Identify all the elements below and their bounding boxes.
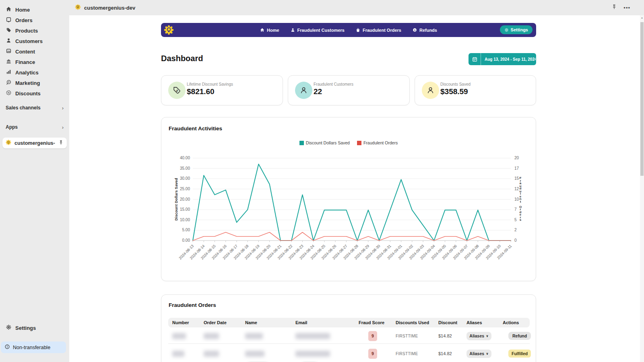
y-axis-tick-right: 17: [514, 166, 519, 171]
y-axis-tick-left: 5.00: [182, 228, 190, 232]
settings-button-label: Settings: [511, 27, 528, 32]
column-header-discount: Discount: [438, 320, 466, 325]
sidebar-item-finance[interactable]: Finance: [2, 57, 67, 67]
info-icon: [4, 344, 10, 351]
sidebar-item-label: Finance: [15, 59, 35, 65]
app-settings-button[interactable]: Settings: [500, 25, 533, 34]
nav-item-home[interactable]: Home: [260, 28, 279, 33]
sidebar-item-orders[interactable]: Orders: [2, 15, 67, 25]
sidebar-item-label: Customers: [15, 38, 43, 44]
stat-value: $821.60: [187, 87, 215, 96]
y-axis-tick-left: 20.00: [180, 197, 190, 202]
nav-item-fraudulent-orders[interactable]: Fraudulent Orders: [356, 28, 401, 33]
column-header-fraud-score: Fraud Score: [359, 320, 396, 325]
y-axis-tick-left: 15.00: [180, 207, 190, 212]
sidebar-item-customers[interactable]: Customers: [2, 36, 67, 46]
chevron-down-icon: ∨: [486, 334, 489, 338]
y-axis-tick-left: 0.00: [182, 238, 190, 243]
y-axis-tick-right: 12: [514, 187, 519, 191]
scrollbar-thumb[interactable]: [640, 22, 644, 176]
redacted-number-cell: [172, 351, 184, 357]
y-axis-tick-right: 15: [514, 176, 519, 181]
sidebar-item-label: Home: [15, 7, 30, 13]
products-icon: [6, 27, 12, 35]
page-title: Dashboard: [161, 54, 203, 63]
discount-cell: $14.82: [438, 351, 466, 356]
topbar: customergenius-dev •••: [69, 0, 644, 15]
column-header-discounts-used: Discounts Used: [396, 320, 438, 325]
legend-item-discount-dollars-saved[interactable]: Discount Dollars Saved: [299, 140, 350, 145]
y-axis-tick-left: 40.00: [180, 156, 190, 160]
sidebar-item-label: Orders: [15, 17, 33, 23]
y-axis-tick-right: 7: [514, 207, 517, 212]
section-label: Apps: [6, 124, 18, 130]
app-root: Home Orders Products Customers Content F…: [0, 0, 644, 362]
fraud-score-badge: 9: [368, 349, 377, 359]
sidebar-item-discounts[interactable]: Discounts: [2, 88, 67, 98]
sidebar-item-home[interactable]: Home: [2, 5, 67, 14]
non-transferable-badge[interactable]: Non-transferable: [1, 341, 66, 353]
sidebar-section-apps[interactable]: Apps ›: [2, 123, 67, 131]
sidebar-item-label: Discounts: [15, 90, 41, 97]
app-item-label: customergenius-dev: [14, 140, 55, 146]
bag-icon: [356, 28, 360, 32]
dollar-circle-icon: $: [413, 28, 417, 32]
analytics-icon: [6, 69, 12, 76]
main-content: Home Fraudulent Customers Fraudulent Ord…: [69, 15, 640, 362]
sidebar-item-label: Analytics: [15, 70, 39, 76]
home-icon: [260, 28, 264, 32]
person-icon: [291, 28, 295, 32]
chevron-down-icon: ∨: [486, 352, 489, 356]
sidebar-item-label: Settings: [15, 325, 36, 331]
discounts-icon: [6, 90, 12, 97]
discounts-used-cell: FIRSTTIME: [396, 334, 438, 338]
sidebar-item-label: Products: [15, 28, 38, 34]
sidebar-item-analytics[interactable]: Analytics: [2, 68, 67, 77]
app-bulb-icon: [6, 140, 11, 147]
nav-item-fraudulent-customers[interactable]: Fraudulent Customers: [291, 28, 345, 33]
sidebar-item-content[interactable]: Content: [2, 47, 67, 56]
table-header-row: Number Order Date Name Email Fraud Score…: [168, 318, 530, 327]
sidebar-item-marketing[interactable]: Marketing: [2, 78, 67, 88]
discounts-used-cell: FIRSTTIME: [396, 352, 438, 356]
app-bulb-icon: [75, 4, 81, 12]
section-label: Sales channels: [6, 105, 41, 111]
sidebar-item-label: Marketing: [15, 80, 40, 86]
chevron-right-icon: ›: [62, 105, 64, 111]
stat-label: Discounts Saved: [440, 82, 471, 86]
column-header-actions: Actions: [503, 320, 530, 325]
pin-icon[interactable]: [611, 4, 617, 11]
topbar-actions: •••: [611, 0, 630, 15]
sidebar-section-sales-channels[interactable]: Sales channels ›: [2, 104, 67, 112]
nav-item-refunds[interactable]: $ Refunds: [413, 28, 437, 33]
calendar-icon: [469, 57, 481, 62]
column-header-number: Number: [172, 320, 204, 325]
legend-label: Fraudulent Orders: [363, 140, 398, 145]
refund-button[interactable]: Refund: [508, 332, 531, 340]
sidebar-item-products[interactable]: Products: [2, 26, 67, 35]
vertical-scrollbar[interactable]: ▲: [640, 15, 644, 362]
badge-label: Non-transferable: [13, 345, 50, 350]
ellipsis-menu-icon[interactable]: •••: [623, 5, 630, 11]
sidebar-item-settings[interactable]: Settings: [2, 323, 67, 333]
legend-swatch: [357, 141, 361, 145]
column-header-name: Name: [245, 320, 295, 325]
right-axis-title: Fraudulent Orders: [519, 176, 522, 222]
topbar-app-name: customergenius-dev: [84, 5, 135, 11]
y-axis-tick-right: 20: [514, 156, 519, 160]
date-range-button[interactable]: Aug 13, 2024 - Sep 11, 2024: [469, 53, 536, 65]
scroll-up-arrow[interactable]: ▲: [640, 16, 644, 19]
finance-icon: [6, 58, 12, 66]
person-icon: [295, 82, 312, 99]
sidebar: Home Orders Products Customers Content F…: [0, 0, 69, 362]
stat-label: Fraudulent Customers: [314, 82, 353, 86]
fraudulent-activities-card: Fraudulent Activities Discount Dollars S…: [161, 117, 536, 281]
pin-icon[interactable]: [58, 140, 64, 147]
left-axis-title: Discount Dollars Saved: [174, 178, 178, 220]
legend-item-fraudulent-orders[interactable]: Fraudulent Orders: [357, 140, 398, 145]
column-header-aliases: Aliases: [466, 320, 503, 325]
aliases-dropdown[interactable]: Aliases∨: [466, 332, 491, 340]
aliases-dropdown[interactable]: Aliases∨: [466, 350, 491, 358]
aliases-label: Aliases: [469, 351, 484, 356]
sidebar-item-customergenius-dev[interactable]: customergenius-dev: [2, 138, 67, 148]
